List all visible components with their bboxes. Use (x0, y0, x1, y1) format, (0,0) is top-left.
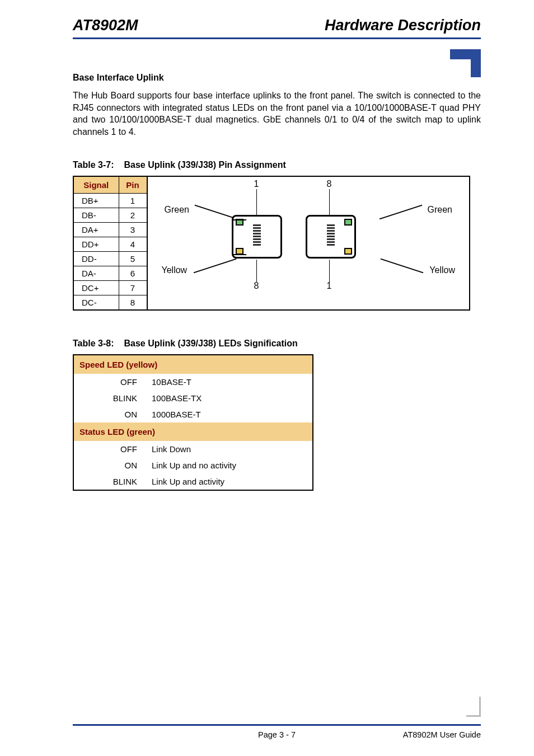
caption-number: Table 3-8: (73, 339, 114, 349)
pin-assignment-table: Signal Pin DB+1 DB-2 DA+3 DD+4 DD-5 DA-6… (74, 177, 147, 309)
table-3-7: Signal Pin DB+1 DB-2 DA+3 DD+4 DD-5 DA-6… (73, 176, 470, 311)
header-left: AT8902M (73, 17, 138, 34)
svg-rect-0 (450, 49, 472, 59)
status-led-section: Status LED (green) (73, 422, 313, 441)
table-row: DB-2 (74, 208, 147, 223)
pin-label-bottom-right: 1 (327, 281, 332, 291)
page-header: AT8902M Hardware Description (73, 17, 481, 39)
green-label-left: Green (165, 205, 189, 215)
table-row: DD+4 (74, 237, 147, 252)
col-pin-header: Pin (119, 177, 147, 194)
table-3-7-caption: Table 3-7: Base Uplink (J39/J38) Pin Ass… (73, 160, 481, 170)
table-3-8: Speed LED (yellow) OFF10BASE-T BLINK100B… (73, 354, 313, 491)
pin-label-top-right: 8 (327, 179, 332, 189)
corner-logo-icon (450, 49, 481, 77)
table-3-8-caption: Table 3-8: Base Uplink (J39/J38) LEDs Si… (73, 339, 481, 349)
footer-page-number: Page 3 - 7 (258, 730, 296, 739)
pin-label-top-left: 1 (254, 179, 259, 189)
table-row: DA-6 (74, 266, 147, 281)
rj45-diagram: 1 8 Green Green Yellow Yellow 8 1 (147, 177, 470, 309)
table-row: BLINK100BASE-TX (73, 390, 313, 406)
table-row: DC+7 (74, 281, 147, 295)
yellow-label-right: Yellow (429, 265, 455, 275)
table-row: DA+3 (74, 223, 147, 237)
table-row: OFF10BASE-T (73, 374, 313, 390)
footer-guide-name: AT8902M User Guide (403, 730, 481, 739)
body-paragraph: The Hub Board supports four base interfa… (73, 90, 481, 138)
section-heading: Base Interface Uplink (73, 73, 481, 83)
table-row: BLINKLink Up and activity (73, 473, 313, 490)
footer-corner-mark-icon (466, 697, 481, 717)
table-row: DD-5 (74, 252, 147, 266)
caption-title: Base Uplink (J39/J38) Pin Assignment (124, 160, 286, 170)
table-row: OFFLink Down (73, 441, 313, 457)
table-row: ONLink Up and no activity (73, 457, 313, 473)
table-row: DB+1 (74, 194, 147, 208)
header-right: Hardware Description (325, 17, 481, 34)
table-row: DC-8 (74, 295, 147, 310)
caption-title: Base Uplink (J39/J38) LEDs Signification (124, 339, 298, 349)
svg-rect-1 (471, 49, 481, 77)
led-green-icon (344, 219, 352, 226)
green-label-right: Green (428, 205, 452, 215)
caption-number: Table 3-7: (73, 160, 114, 170)
led-yellow-icon (344, 248, 352, 255)
table-row: ON1000BASE-T (73, 406, 313, 422)
page-footer: Page 3 - 7 AT8902M User Guide (73, 724, 481, 739)
col-signal-header: Signal (74, 177, 119, 194)
yellow-label-left: Yellow (162, 265, 188, 275)
rj45-jack-right (306, 215, 356, 259)
pin-label-bottom-left: 8 (254, 281, 259, 291)
speed-led-section: Speed LED (yellow) (73, 355, 313, 374)
rj45-jack-left (232, 215, 282, 259)
